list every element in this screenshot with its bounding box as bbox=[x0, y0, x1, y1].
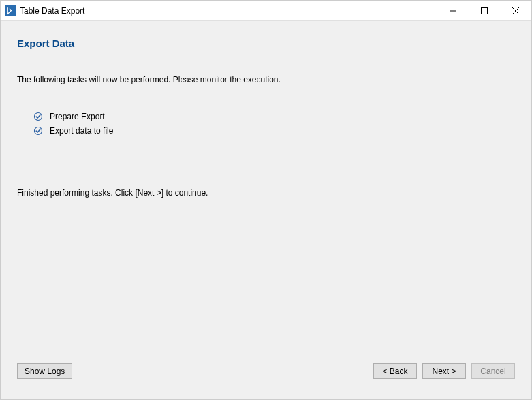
cancel-button: Cancel bbox=[471, 363, 515, 379]
svg-rect-1 bbox=[482, 8, 488, 14]
task-label: Export data to file bbox=[50, 126, 113, 136]
show-logs-button[interactable]: Show Logs bbox=[17, 363, 72, 379]
window-title: Table Data Export bbox=[20, 6, 437, 16]
titlebar: Table Data Export bbox=[1, 1, 531, 21]
task-row: Export data to file bbox=[33, 126, 515, 136]
maximize-button[interactable] bbox=[469, 1, 500, 21]
check-icon bbox=[33, 126, 43, 136]
app-icon bbox=[5, 5, 16, 16]
minimize-button[interactable] bbox=[437, 1, 469, 21]
task-list: Prepare Export Export data to file bbox=[33, 112, 515, 140]
window-controls bbox=[437, 1, 531, 20]
check-icon bbox=[33, 112, 43, 121]
task-row: Prepare Export bbox=[33, 112, 515, 121]
back-button[interactable]: < Back bbox=[373, 363, 417, 379]
page-heading: Export Data bbox=[17, 37, 515, 49]
close-button[interactable] bbox=[500, 1, 531, 21]
task-label: Prepare Export bbox=[50, 112, 105, 121]
content-area: Export Data The following tasks will now… bbox=[1, 21, 531, 399]
footer: Show Logs < Back Next > Cancel bbox=[17, 363, 515, 393]
page-description: The following tasks will now be performe… bbox=[17, 75, 515, 84]
next-button[interactable]: Next > bbox=[422, 363, 466, 379]
status-text: Finished performing tasks. Click [Next >… bbox=[17, 188, 515, 198]
